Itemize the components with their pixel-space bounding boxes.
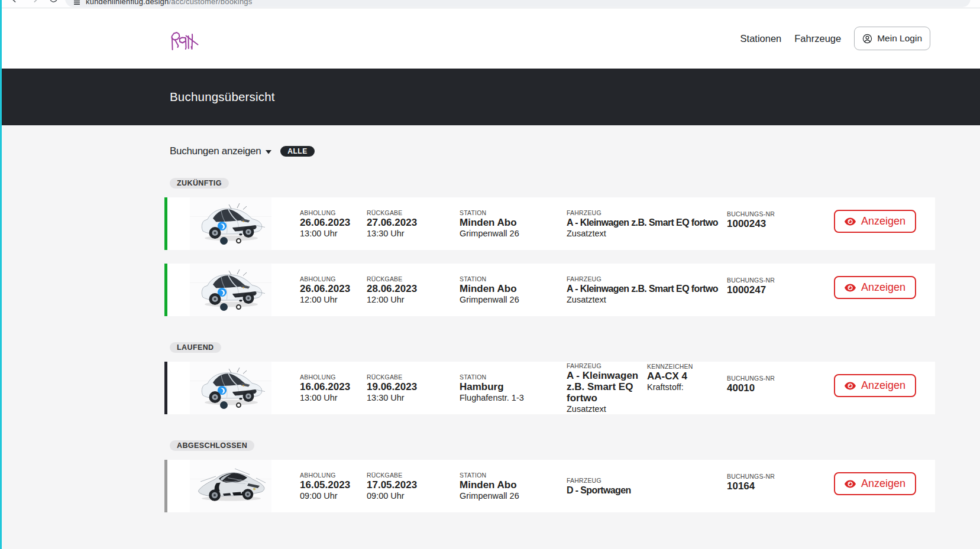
station-name: Minden Abo bbox=[460, 479, 567, 490]
anzeigen-label: Anzeigen bbox=[861, 215, 905, 228]
fahrzeug-cell: FAHRZEUG A - Kleinwagen z.B. Smart EQ fo… bbox=[567, 209, 727, 238]
fahrzeug-cell: FAHRZEUG A - Kleinwagen z.B. Smart EQ fo… bbox=[567, 362, 647, 414]
station-label: STATION bbox=[460, 472, 567, 479]
site-header: Stationen Fahrzeuge Mein Login bbox=[0, 8, 980, 69]
mein-login-label: Mein Login bbox=[877, 33, 922, 44]
abholung-date: 16.05.2023 bbox=[300, 479, 367, 490]
abholung-time: 12:00 Uhr bbox=[300, 295, 367, 304]
abholung-date: 26.06.2023 bbox=[300, 283, 367, 294]
rueckgabe-label: RÜCKGABE bbox=[367, 275, 460, 282]
booking-section: LAUFEND ABHOLUNG 16.06.2023 13 bbox=[164, 342, 980, 414]
vehicle-photo bbox=[190, 264, 271, 316]
fahrzeug-zusatztext: Zusatztext bbox=[567, 229, 727, 238]
rueckgabe-cell: RÜCKGABE 28.06.2023 12:00 Uhr bbox=[367, 275, 460, 304]
booking-card: ABHOLUNG 16.06.2023 13:00 Uhr RÜCKGABE 1… bbox=[164, 362, 935, 414]
buchungsnr-label: BUCHUNGS-NR bbox=[727, 473, 834, 480]
anzeigen-button[interactable]: Anzeigen bbox=[834, 210, 916, 233]
carousel-dot-active[interactable] bbox=[220, 303, 228, 311]
vehicle-photo bbox=[190, 460, 271, 512]
mein-login-button[interactable]: Mein Login bbox=[854, 27, 930, 50]
abholung-time: 13:00 Uhr bbox=[300, 229, 367, 238]
buchungsnr-value: 40010 bbox=[727, 382, 834, 394]
carousel-dot-active[interactable] bbox=[220, 401, 228, 409]
brand-logo[interactable] bbox=[170, 30, 199, 51]
kraftstoff-label: Kraftstoff: bbox=[647, 382, 727, 392]
carousel-dot-inactive[interactable] bbox=[236, 402, 241, 408]
hatchback-car-image bbox=[195, 267, 267, 308]
fahrzeug-name: A - Kleinwagen z.B. Smart EQ fortwo bbox=[567, 217, 727, 228]
fahrzeug-zusatztext: Zusatztext bbox=[567, 295, 727, 304]
hero-bar: Buchungsübersicht bbox=[0, 69, 980, 125]
station-address: Flughafenstr. 1-3 bbox=[460, 393, 567, 402]
anzeigen-button[interactable]: Anzeigen bbox=[834, 472, 916, 495]
hatchback-car-image bbox=[195, 365, 267, 407]
filter-dropdown[interactable]: Buchungen anzeigen bbox=[170, 145, 261, 157]
action-cell: Anzeigen bbox=[834, 264, 917, 299]
carousel-dots[interactable] bbox=[220, 401, 241, 409]
buchungsnr-value: 1000243 bbox=[727, 218, 834, 229]
fahrzeug-zusatztext: Zusatztext bbox=[567, 404, 647, 414]
booking-card: ABHOLUNG 26.06.2023 12:00 Uhr RÜCKGABE 2… bbox=[164, 264, 935, 316]
eye-icon bbox=[845, 382, 856, 390]
abholung-label: ABHOLUNG bbox=[300, 209, 367, 216]
carousel-dot-active[interactable] bbox=[220, 237, 228, 245]
eye-icon bbox=[845, 480, 856, 488]
nav-fahrzeuge[interactable]: Fahrzeuge bbox=[794, 33, 841, 44]
abholung-cell: ABHOLUNG 26.06.2023 12:00 Uhr bbox=[300, 275, 367, 304]
booking-card: ABHOLUNG 26.06.2023 13:00 Uhr RÜCKGABE 2… bbox=[164, 197, 935, 250]
booking-section: ZUKÜNFTIG ABHOLUNG 26.06.2023 bbox=[164, 177, 980, 316]
abholung-label: ABHOLUNG bbox=[300, 275, 367, 282]
buchungsnr-cell: BUCHUNGS-NR 1000247 bbox=[727, 264, 834, 295]
abholung-date: 16.06.2023 bbox=[300, 381, 367, 392]
rueckgabe-date: 28.06.2023 bbox=[367, 283, 460, 294]
abholung-time: 09:00 Uhr bbox=[300, 491, 367, 501]
carousel-dots[interactable] bbox=[220, 237, 241, 245]
action-cell: Anzeigen bbox=[834, 460, 917, 495]
fahrzeug-cell: FAHRZEUG A - Kleinwagen z.B. Smart EQ fo… bbox=[567, 275, 727, 304]
abholung-cell: ABHOLUNG 16.05.2023 09:00 Uhr bbox=[300, 472, 367, 501]
bookings-content: Buchungen anzeigen ALLE ZUKÜNFTIG bbox=[0, 125, 980, 549]
browser-forward-icon[interactable] bbox=[31, 0, 41, 4]
rueckgabe-time: 13:30 Uhr bbox=[367, 229, 460, 238]
carousel-dot-inactive[interactable] bbox=[236, 304, 241, 310]
carousel-dots[interactable] bbox=[220, 303, 241, 311]
url-text: kundenlinienflug.design/acc/customer/boo… bbox=[86, 0, 252, 6]
abholung-time: 13:00 Uhr bbox=[300, 393, 367, 402]
station-address: Grimpenwall 26 bbox=[460, 491, 567, 501]
browser-reload-icon[interactable] bbox=[48, 0, 59, 4]
section-status-badge: LAUFEND bbox=[170, 342, 221, 353]
kennzeichen-value: AA-CX 4 bbox=[647, 371, 727, 382]
screen-edge-strip bbox=[0, 0, 2, 549]
address-bar[interactable]: kundenlinienflug.design/acc/customer/boo… bbox=[65, 0, 971, 7]
browser-chrome: kundenlinienflug.design/acc/customer/boo… bbox=[0, 0, 980, 8]
hatchback-car-image bbox=[195, 201, 267, 242]
anzeigen-label: Anzeigen bbox=[861, 281, 905, 294]
eye-icon bbox=[845, 217, 856, 226]
carousel-dot-inactive[interactable] bbox=[236, 238, 241, 243]
abholung-label: ABHOLUNG bbox=[300, 373, 367, 381]
site-info-icon[interactable] bbox=[73, 0, 80, 5]
nav-stationen[interactable]: Stationen bbox=[740, 33, 782, 44]
chevron-down-icon[interactable] bbox=[266, 150, 271, 154]
station-name: Hamburg bbox=[460, 381, 567, 392]
anzeigen-button[interactable]: Anzeigen bbox=[834, 276, 916, 299]
rueckgabe-cell: RÜCKGABE 27.06.2023 13:30 Uhr bbox=[367, 209, 460, 238]
anzeigen-label: Anzeigen bbox=[861, 379, 905, 392]
browser-back-icon[interactable] bbox=[9, 0, 19, 4]
station-address: Grimpenwall 26 bbox=[460, 229, 567, 238]
buchungsnr-value: 10164 bbox=[727, 480, 834, 492]
filter-value-chip[interactable]: ALLE bbox=[280, 146, 314, 157]
rueckgabe-label: RÜCKGABE bbox=[367, 209, 460, 216]
anzeigen-button[interactable]: Anzeigen bbox=[834, 374, 916, 397]
station-label: STATION bbox=[460, 275, 567, 282]
booking-sections: ZUKÜNFTIG ABHOLUNG 26.06.2023 bbox=[164, 177, 980, 512]
station-name: Minden Abo bbox=[460, 217, 567, 228]
fahrzeug-label: FAHRZEUG bbox=[567, 275, 727, 282]
fahrzeug-name: A - Kleinwagen z.B. Smart EQ fortwo bbox=[567, 283, 727, 294]
rueckgabe-date: 27.06.2023 bbox=[367, 217, 460, 228]
user-icon bbox=[862, 34, 872, 44]
fahrzeug-name: D - Sportwagen bbox=[567, 485, 727, 496]
buchungsnr-label: BUCHUNGS-NR bbox=[727, 210, 834, 217]
abholung-date: 26.06.2023 bbox=[300, 217, 367, 228]
station-cell: STATION Minden Abo Grimpenwall 26 bbox=[460, 472, 567, 501]
